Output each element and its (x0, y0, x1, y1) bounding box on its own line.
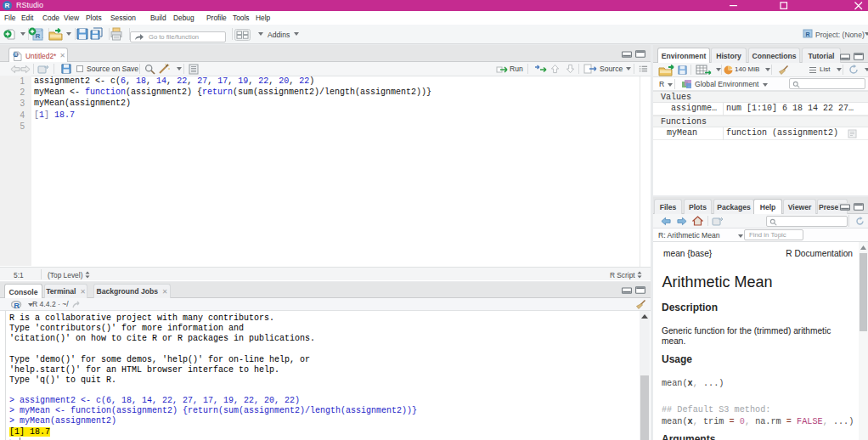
svg-text:R: R (806, 31, 810, 37)
svg-text:R: R (14, 53, 18, 57)
svg-text:R: R (36, 32, 41, 40)
svg-text:R: R (14, 301, 20, 309)
